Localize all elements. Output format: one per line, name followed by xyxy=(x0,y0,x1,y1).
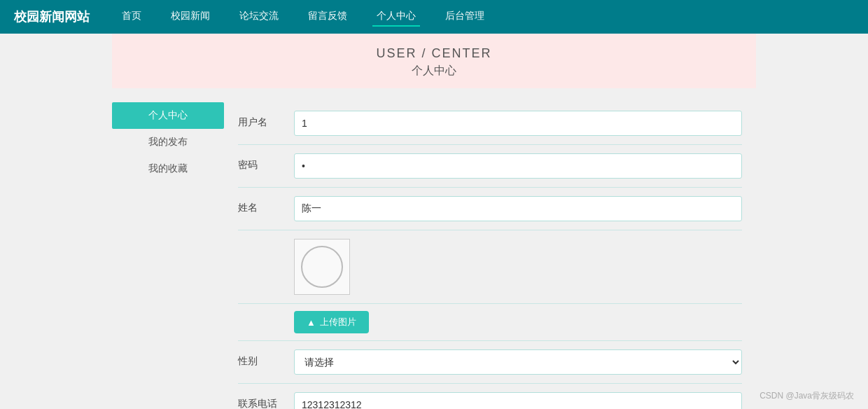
username-row: 用户名 xyxy=(238,102,742,145)
nav-forum[interactable]: 论坛交流 xyxy=(235,7,283,27)
gender-row: 性别 请选择 男 女 xyxy=(238,341,742,384)
main-form: 用户名 密码 姓名 xyxy=(224,102,756,409)
header: 校园新闻网站 首页 校园新闻 论坛交流 留言反馈 个人中心 后台管理 xyxy=(0,0,868,34)
phone-row: 联系电话 xyxy=(238,384,742,409)
gender-control: 请选择 男 女 xyxy=(294,349,742,375)
password-row: 密码 xyxy=(238,145,742,188)
nav-feedback[interactable]: 留言反馈 xyxy=(304,7,351,27)
sidebar-item-my-posts[interactable]: 我的发布 xyxy=(112,129,224,155)
site-logo: 校园新闻网站 xyxy=(14,8,90,25)
name-label: 姓名 xyxy=(238,196,294,214)
name-control xyxy=(294,196,742,221)
name-input[interactable] xyxy=(294,196,742,221)
username-control xyxy=(294,111,742,136)
content-area: 个人中心 我的发布 我的收藏 用户名 密码 姓名 xyxy=(112,102,756,409)
sidebar: 个人中心 我的发布 我的收藏 xyxy=(112,102,224,409)
banner-zh: 个人中心 xyxy=(112,64,756,78)
nav-campus-news[interactable]: 校园新闻 xyxy=(167,7,214,27)
sidebar-item-my-favorites[interactable]: 我的收藏 xyxy=(112,155,224,182)
phone-input[interactable] xyxy=(294,392,742,409)
upload-icon: ▲ xyxy=(307,317,316,328)
nav-home[interactable]: 首页 xyxy=(118,7,146,27)
avatar-preview xyxy=(294,239,350,295)
name-row: 姓名 xyxy=(238,188,742,230)
phone-control xyxy=(294,392,742,409)
password-label: 密码 xyxy=(238,153,294,172)
upload-row: ▲ 上传图片 xyxy=(238,304,742,341)
gender-select[interactable]: 请选择 男 女 xyxy=(294,349,742,375)
watermark: CSDN @Java骨灰级码农 xyxy=(760,390,854,402)
avatar-circle xyxy=(301,246,343,288)
page-wrapper: USER / CENTER 个人中心 个人中心 我的发布 我的收藏 用户名 密码 xyxy=(98,34,770,409)
upload-btn-label: 上传图片 xyxy=(320,316,356,328)
phone-label: 联系电话 xyxy=(238,392,294,409)
password-input[interactable] xyxy=(294,153,742,179)
gender-label: 性别 xyxy=(238,349,294,368)
banner-en: USER / CENTER xyxy=(112,46,756,61)
sidebar-item-user-center[interactable]: 个人中心 xyxy=(112,102,224,129)
nav-user-center[interactable]: 个人中心 xyxy=(372,7,420,27)
username-input[interactable] xyxy=(294,111,742,136)
password-control xyxy=(294,153,742,179)
nav: 首页 校园新闻 论坛交流 留言反馈 个人中心 后台管理 xyxy=(118,7,489,27)
page-banner: USER / CENTER 个人中心 xyxy=(112,34,756,88)
username-label: 用户名 xyxy=(238,111,294,129)
upload-image-button[interactable]: ▲ 上传图片 xyxy=(294,311,369,333)
avatar-row xyxy=(238,230,742,304)
nav-admin[interactable]: 后台管理 xyxy=(441,7,489,27)
